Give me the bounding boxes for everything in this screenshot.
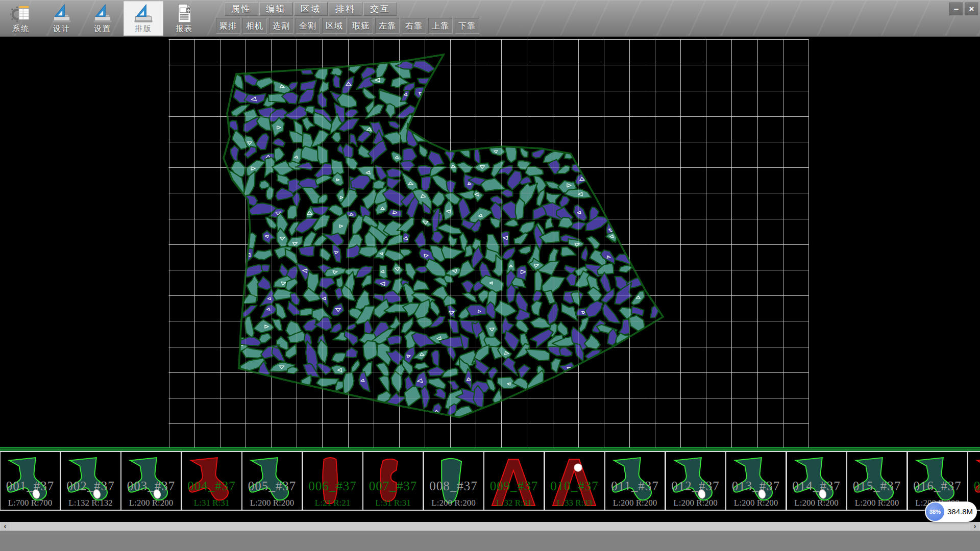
toolbar-button-layout[interactable]: 排版 xyxy=(124,1,163,36)
piece-lr-count-label: L:200 R:200 xyxy=(424,498,483,508)
piece-id-label: 003_#37 xyxy=(121,479,181,493)
piece-id-label: 005_#37 xyxy=(242,479,302,493)
piece-id-label: 014_#37 xyxy=(787,479,846,493)
action-cluster-nest[interactable]: 聚排 xyxy=(216,18,240,34)
piece-id-label: 013_#37 xyxy=(726,479,786,493)
piece-thumbnail[interactable]: 002_#37L:132 R:132 xyxy=(60,451,121,511)
menu-tab-nesting[interactable]: 排料 xyxy=(329,2,362,16)
toolbar-button-report[interactable]: 报表 xyxy=(164,1,204,36)
piece-lr-count-label: L:200 R:200 xyxy=(121,498,181,508)
menu-tab-region[interactable]: 区域 xyxy=(294,2,328,16)
piece-thumbnail[interactable]: 009_#37L:32 R:31 xyxy=(483,451,545,511)
triangle-ruler-icon xyxy=(133,3,154,24)
toolbar-button-design[interactable]: 设计 xyxy=(42,1,82,36)
app-window: 系统设计设置排版报表 属性编辑区域排料交互 聚排相机选割全割区域瑕疵左靠右靠上靠… xyxy=(0,0,980,551)
piece-thumbnail[interactable]: 005_#37L:200 R:200 xyxy=(241,451,303,511)
piece-id-label: 002_#37 xyxy=(61,479,120,493)
toolbar-button-settings[interactable]: 设置 xyxy=(83,1,122,36)
piece-id-label: 015_#37 xyxy=(847,479,906,493)
progress-badge[interactable]: 38% 384.8M xyxy=(925,502,977,522)
titlebar: 系统设计设置排版报表 属性编辑区域排料交互 聚排相机选割全割区域瑕疵左靠右靠上靠… xyxy=(0,0,980,37)
piece-id-label: 009_#37 xyxy=(484,479,544,493)
piece-lr-count-label: L:132 R:132 xyxy=(61,498,120,508)
piece-thumbnail[interactable]: 008_#37L:200 R:200 xyxy=(423,451,484,511)
piece-lr-count-label: L:700 R:700 xyxy=(1,498,60,508)
piece-thumbnail[interactable]: 004_#37L:31 R:31 xyxy=(181,451,242,511)
piece-id-label: 010_#37 xyxy=(545,479,604,493)
piece-thumbnail-strip: 001_#37L:700 R:700002_#37L:132 R:132003_… xyxy=(0,450,980,512)
toolbar-button-design-label: 设计 xyxy=(42,24,82,33)
piece-lr-count-label: L:200 R:200 xyxy=(605,498,665,508)
piece-thumbnail[interactable]: 006_#37L:21 R:21 xyxy=(302,451,363,511)
piece-lr-count-label: L:200 R:200 xyxy=(847,498,906,508)
piece-id-label: 008_#37 xyxy=(424,479,483,493)
piece-thumbnail[interactable]: 013_#37L:200 R:200 xyxy=(725,451,787,511)
piece-lr-count-label: L:200 R:200 xyxy=(666,498,725,508)
action-align-right[interactable]: 右靠 xyxy=(402,18,426,34)
menu-tab-properties[interactable]: 属性 xyxy=(225,2,258,16)
action-region[interactable]: 区域 xyxy=(322,18,347,34)
toolbar-button-report-label: 报表 xyxy=(164,24,204,33)
piece-thumbnail[interactable]: 007_#37L:31 R:31 xyxy=(362,451,424,511)
toolbar-button-system[interactable]: 系统 xyxy=(1,1,41,36)
piece-id-label: 012_#37 xyxy=(666,479,725,493)
piece-thumbnail[interactable]: 015_#37L:200 R:200 xyxy=(846,451,908,511)
piece-thumbnail[interactable]: 011_#37L:200 R:200 xyxy=(604,451,666,511)
action-select-cut[interactable]: 选割 xyxy=(269,18,293,34)
piece-thumbnail[interactable]: 012_#37L:200 R:200 xyxy=(665,451,726,511)
scroll-left-button[interactable]: ‹ xyxy=(1,522,10,531)
triangle-ruler-icon xyxy=(51,3,72,24)
piece-lr-count-label: L:33 R:33 xyxy=(545,498,604,508)
triangle-ruler-icon xyxy=(92,3,113,24)
piece-lr-count-label: L:31 R:31 xyxy=(182,498,241,508)
piece-lr-count-label: L:21 R:21 xyxy=(303,498,362,508)
action-align-bottom[interactable]: 下靠 xyxy=(455,18,479,34)
piece-id-label: 017_#37 xyxy=(968,479,980,493)
horizontal-scrollbar[interactable]: ‹ › xyxy=(0,522,980,531)
piece-id-label: 011_#37 xyxy=(605,479,665,493)
piece-lr-count-label: L:200 R:200 xyxy=(787,498,846,508)
nesting-canvas-area[interactable] xyxy=(0,37,980,447)
minimize-icon: – xyxy=(954,4,959,14)
scroll-left-icon: ‹ xyxy=(4,521,7,530)
toolbar-button-layout-label: 排版 xyxy=(124,24,163,33)
piece-id-label: 004_#37 xyxy=(182,479,241,493)
piece-thumbnail[interactable]: 001_#37L:700 R:700 xyxy=(0,451,61,511)
menu-tab-interaction[interactable]: 交互 xyxy=(363,2,397,16)
memory-size-label: 384.8M xyxy=(947,502,973,522)
piece-thumbnail[interactable]: 003_#37L:200 R:200 xyxy=(120,451,182,511)
action-cut-all[interactable]: 全割 xyxy=(296,18,320,34)
piece-thumbnail[interactable]: 014_#37L:200 R:200 xyxy=(786,451,847,511)
scroll-right-button[interactable]: › xyxy=(970,522,979,531)
scroll-right-icon: › xyxy=(974,521,976,530)
piece-lr-count-label: L:200 R:200 xyxy=(242,498,302,508)
action-camera[interactable]: 相机 xyxy=(242,18,267,34)
status-bar xyxy=(0,531,980,551)
piece-id-label: 016_#37 xyxy=(908,479,967,493)
report-document-icon xyxy=(174,3,195,24)
toolbar-button-settings-label: 设置 xyxy=(83,24,122,33)
piece-lr-count-label: L:200 R:200 xyxy=(726,498,786,508)
close-button[interactable]: × xyxy=(965,3,978,16)
toolbar-button-system-label: 系统 xyxy=(1,24,41,33)
piece-lr-count-label: L:32 R:31 xyxy=(484,498,544,508)
action-align-top[interactable]: 上靠 xyxy=(428,18,453,34)
system-gear-icon xyxy=(10,3,32,24)
piece-id-label: 006_#37 xyxy=(303,479,362,493)
piece-id-label: 007_#37 xyxy=(363,479,423,493)
minimize-button[interactable]: – xyxy=(949,3,963,16)
action-defect[interactable]: 瑕疵 xyxy=(349,18,373,34)
piece-lr-count-label: L:31 R:31 xyxy=(363,498,423,508)
nesting-canvas[interactable] xyxy=(0,37,980,447)
action-align-left[interactable]: 左靠 xyxy=(375,18,400,34)
piece-id-label: 001_#37 xyxy=(1,479,60,493)
piece-thumbnail[interactable]: 010_#37L:33 R:33 xyxy=(544,451,605,511)
close-icon: × xyxy=(969,4,974,14)
progress-percent-badge: 38% xyxy=(926,503,944,521)
menu-tab-edit[interactable]: 编辑 xyxy=(259,2,293,16)
